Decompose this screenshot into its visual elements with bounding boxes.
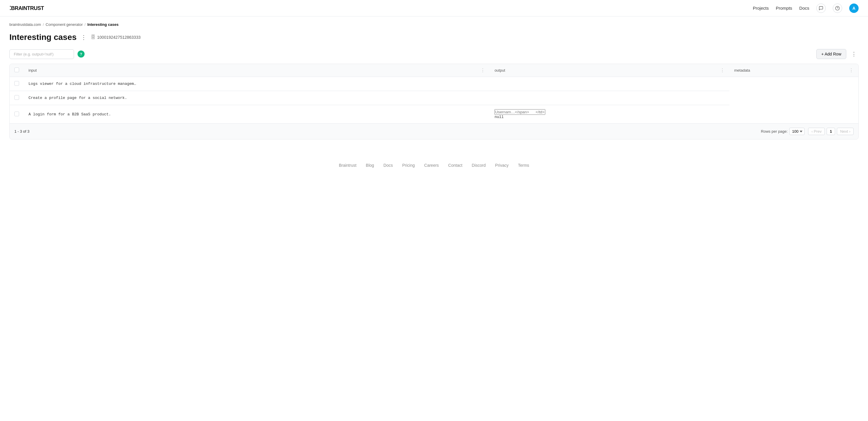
table-row[interactable]: A login form for a B2B SaaS product. nul… [10,105,858,124]
breadcrumb-root[interactable]: braintrustdata.com [9,22,41,27]
breadcrumb: braintrustdata.com / Component generator… [0,17,868,29]
col-input-label: input [29,68,37,72]
rows-per-page-label: Rows per page: [761,129,787,134]
page-nav: ‹ Prev 1 Next › [808,128,854,135]
filter-help-button[interactable]: ? [78,51,85,58]
footer-link[interactable]: Pricing [402,163,415,168]
row-input-cell[interactable]: Logs viewer for a cloud infrastructure m… [24,77,490,91]
row-checkbox[interactable] [14,95,19,100]
footer-link[interactable]: Docs [383,163,393,168]
footer-link[interactable]: Privacy [495,163,508,168]
col-output-menu[interactable]: ⋮ [720,67,725,73]
header-input: input ⋮ [24,64,490,77]
row-input-value: Logs viewer for a cloud infrastructure m… [29,82,146,86]
col-input-menu[interactable]: ⋮ [480,67,485,73]
next-page-button[interactable]: Next › [837,128,854,135]
table-body: Logs viewer for a cloud infrastructure m… [10,77,858,124]
user-avatar[interactable]: A [849,3,859,13]
table-row[interactable]: Create a profile page for a social netwo… [10,91,858,105]
footer-link[interactable]: Braintrust [339,163,356,168]
breadcrumb-sep-1: / [43,22,44,27]
data-table-wrapper: input ⋮ output ⋮ metadata ⋮ [9,64,859,139]
pagination-range: 1 - 3 of 3 [14,129,29,134]
dataset-id: 🗄 1000192427512863333 [91,35,141,40]
nav-docs[interactable]: Docs [799,6,809,10]
chat-icon[interactable] [816,3,826,13]
table-header-row: input ⋮ output ⋮ metadata ⋮ [10,64,858,77]
rows-per-page-select[interactable]: 100 50 25 [789,128,805,135]
footer-link[interactable]: Blog [366,163,374,168]
row-output-value: null [495,109,612,119]
footer-link[interactable]: Terms [518,163,529,168]
database-icon: 🗄 [91,35,95,40]
title-menu-button[interactable]: ⋮ [81,34,87,41]
help-icon[interactable] [833,3,842,13]
header-checkbox-col [10,64,24,77]
filter-input[interactable] [9,49,74,59]
row-input-value: A login form for a B2B SaaS product. [29,112,146,117]
header-output: output ⋮ [490,64,730,77]
dataset-id-value: 1000192427512863333 [97,35,141,40]
row-metadata-value: null [495,115,612,119]
header-metadata: metadata ⋮ [730,64,858,77]
navbar: ⁚BRAINTRUST Projects Prompts Docs A [0,0,868,17]
current-page-button[interactable]: 1 [827,128,835,135]
data-table: input ⋮ output ⋮ metadata ⋮ [10,64,858,123]
nav-projects[interactable]: Projects [753,6,769,10]
pagination-right: Rows per page: 100 50 25 ‹ Prev 1 Next › [761,128,854,135]
col-metadata-menu[interactable]: ⋮ [849,67,854,73]
toolbar-right: + Add Row ⋮ [816,49,859,59]
col-metadata-label: metadata [734,68,750,72]
page-title: Interesting cases [9,33,76,42]
footer: BraintrustBlogDocsPricingCareersContactD… [0,151,868,180]
row-checkbox[interactable] [14,81,19,86]
rows-per-page-control: Rows per page: 100 50 25 [761,128,805,135]
nav-prompts[interactable]: Prompts [776,6,792,10]
row-checkbox[interactable] [14,111,19,116]
col-output-label: output [495,68,505,72]
footer-link[interactable]: Contact [448,163,462,168]
navbar-left: ⁚BRAINTRUST [9,5,44,11]
table-row[interactable]: Logs viewer for a cloud infrastructure m… [10,77,858,91]
navbar-right: Projects Prompts Docs A [753,3,859,13]
footer-link[interactable]: Careers [424,163,439,168]
add-row-button[interactable]: + Add Row [816,49,846,59]
row-input-cell[interactable]: A login form for a B2B SaaS product. [24,105,490,124]
brand-logo[interactable]: ⁚BRAINTRUST [9,5,44,11]
row-output-cell[interactable]: .profile…</span> </td> <td data-name="ro… [490,91,730,105]
row-checkbox-cell [10,91,24,105]
row-checkbox-cell [10,105,24,124]
toolbar-more-button[interactable]: ⋮ [849,49,859,59]
prev-page-button[interactable]: ‹ Prev [808,128,825,135]
row-output-cell[interactable]: /* Overa…</span> </td> <td data-name="ro… [490,77,730,91]
row-input-cell[interactable]: Create a profile page for a social netwo… [24,91,490,105]
pagination-bar: 1 - 3 of 3 Rows per page: 100 50 25 ‹ Pr… [10,123,858,139]
page-header: Interesting cases ⋮ 🗄 100019242751286333… [0,29,868,49]
toolbar: ? + Add Row ⋮ [0,49,868,64]
breadcrumb-current: Interesting cases [87,22,118,27]
row-checkbox-cell [10,77,24,91]
breadcrumb-project[interactable]: Component generator [45,22,83,27]
footer-link[interactable]: Discord [472,163,486,168]
row-input-value: Create a profile page for a social netwo… [29,96,146,100]
breadcrumb-sep-2: / [85,22,86,27]
select-all-checkbox[interactable] [14,67,19,72]
row-output-cell[interactable]: null [490,105,730,124]
